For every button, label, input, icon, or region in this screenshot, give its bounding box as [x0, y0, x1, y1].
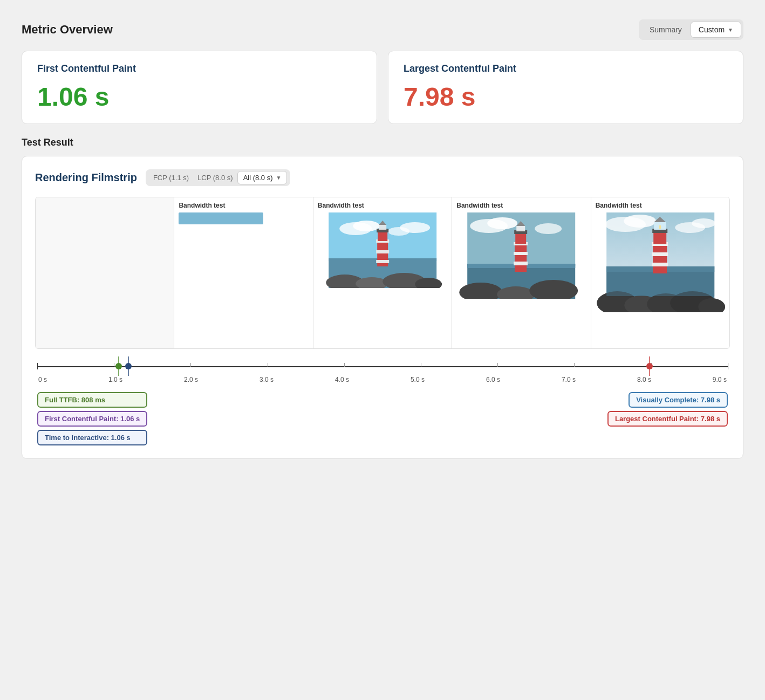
svg-rect-16	[379, 225, 386, 230]
tick-6s: 6.0 s	[486, 376, 500, 383]
annotations-container: Full TTFB: 808 ms First Contentful Paint…	[37, 392, 728, 445]
svg-rect-13	[376, 260, 389, 263]
svg-rect-12	[376, 250, 389, 253]
filmstrip-frames: Bandwidth test Bandwidth test	[35, 197, 730, 349]
tick-5s: 5.0 s	[411, 376, 425, 383]
frame-0	[36, 197, 174, 348]
svg-rect-56	[659, 225, 661, 229]
frame-2: Bandwidth test	[313, 197, 452, 348]
tick-8s: 8.0 s	[637, 376, 651, 383]
timeline-wrapper: 0 s 1.0 s 2.0 s 3.0 s 4.0 s 5.0 s 6.0 s …	[35, 359, 730, 445]
page-title: Metric Overview	[22, 23, 113, 37]
summary-button[interactable]: Summary	[641, 22, 691, 37]
frame-3: Bandwidth test	[452, 197, 591, 348]
fcp-value: 1.06 s	[37, 82, 361, 112]
fcp-card: First Contentful Paint 1.06 s	[22, 51, 377, 124]
svg-rect-52	[653, 232, 666, 244]
header-controls: Summary Custom ▼	[639, 19, 743, 40]
frame-4: Bandwidth test	[591, 197, 729, 348]
tick-1s: 1.0 s	[108, 376, 122, 383]
tick-3s: 3.0 s	[259, 376, 274, 383]
filmstrip-title: Rendering Filmstrip	[35, 171, 137, 184]
svg-point-37	[624, 215, 656, 228]
lcp-value: 7.98 s	[404, 82, 728, 112]
svg-point-20	[487, 217, 517, 229]
tick-2s: 2.0 s	[184, 376, 198, 383]
svg-rect-33	[516, 226, 525, 231]
svg-rect-50	[652, 252, 668, 256]
fcp-filter-label: FCP (1.1 s)	[149, 171, 193, 184]
header-row: Metric Overview Summary Custom ▼	[22, 19, 743, 40]
test-result-label: Test Result	[22, 137, 743, 148]
chevron-down-icon: ▼	[276, 175, 282, 181]
lcp-title: Largest Contentful Paint	[404, 63, 728, 74]
frame-3-label: Bandwidth test	[456, 202, 586, 209]
timeline-labels: 0 s 1.0 s 2.0 s 3.0 s 4.0 s 5.0 s 6.0 s …	[37, 376, 728, 383]
svg-rect-51	[652, 263, 668, 266]
svg-rect-14	[378, 231, 387, 241]
tick-7s: 7.0 s	[562, 376, 576, 383]
svg-point-21	[535, 223, 562, 234]
filmstrip-header: Rendering Filmstrip FCP (1.1 s) LCP (8.0…	[35, 169, 730, 186]
fcp-annotation: First Contentful Paint: 1.06 s	[37, 411, 147, 427]
ttfb-annotation: Full TTFB: 808 ms	[37, 392, 147, 408]
tick-9s: 9.0 s	[713, 376, 727, 383]
test-result-card: Rendering Filmstrip FCP (1.1 s) LCP (8.0…	[22, 156, 743, 459]
frame-1: Bandwidth test	[174, 197, 313, 348]
svg-rect-31	[515, 233, 526, 244]
tick-0s: 0 s	[38, 376, 47, 383]
svg-rect-30	[514, 262, 528, 265]
all-filter-button[interactable]: All (8.0 s) ▼	[237, 171, 288, 184]
fcp-title: First Contentful Paint	[37, 63, 361, 74]
lcp-card: Largest Contentful Paint 7.98 s	[388, 51, 743, 124]
svg-rect-27	[515, 242, 527, 272]
frame-2-label: Bandwidth test	[318, 202, 447, 209]
filmstrip-controls: FCP (1.1 s) LCP (8.0 s) All (8.0 s) ▼	[146, 169, 291, 186]
tick-4s: 4.0 s	[335, 376, 349, 383]
frame-1-label: Bandwidth test	[179, 202, 308, 209]
custom-button[interactable]: Custom ▼	[691, 22, 741, 38]
svg-point-4	[400, 222, 430, 233]
svg-point-2	[353, 221, 380, 231]
svg-point-39	[692, 218, 715, 228]
left-annotations: Full TTFB: 808 ms First Contentful Paint…	[37, 392, 147, 445]
chevron-down-icon: ▼	[728, 27, 733, 33]
right-annotations: Visually Complete: 7.98 s Largest Conten…	[607, 392, 728, 427]
lcp-annotation: Largest Contentful Paint: 7.98 s	[607, 411, 728, 427]
frame-4-label: Bandwidth test	[596, 202, 725, 209]
svg-rect-29	[514, 252, 528, 255]
tti-annotation: Time to Interactive: 1.06 s	[37, 430, 147, 445]
svg-rect-48	[653, 242, 667, 273]
lcp-filter-label: LCP (8.0 s)	[193, 171, 237, 184]
metrics-row: First Contentful Paint 1.06 s Largest Co…	[22, 51, 743, 124]
page-container: Metric Overview Summary Custom ▼ First C…	[11, 11, 754, 468]
vc-annotation: Visually Complete: 7.98 s	[629, 392, 728, 408]
